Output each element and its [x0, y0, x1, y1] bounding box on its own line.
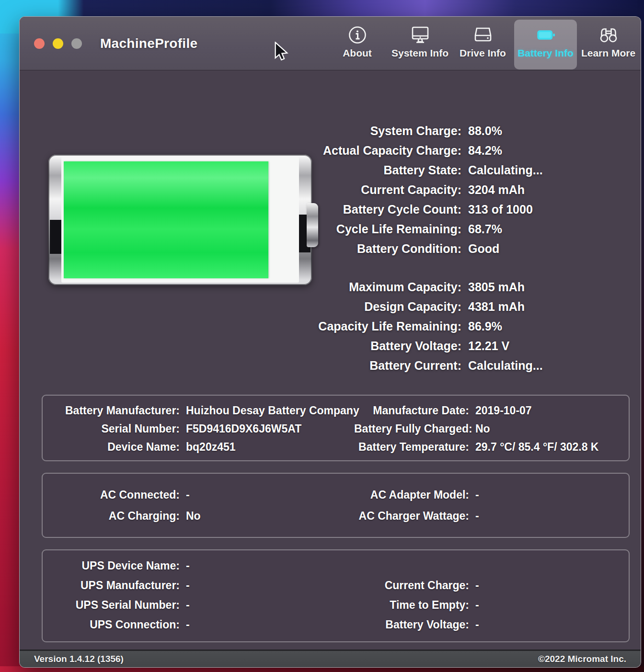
stat-label: Actual Capacity Charge: — [20, 144, 461, 158]
stat-row: Current Capacity:3204 mAh — [20, 180, 641, 200]
stat-value: 68.7% — [468, 222, 502, 236]
info-icon — [346, 23, 368, 46]
stat-label: Battery State: — [20, 163, 461, 177]
toolbar-battery-info[interactable]: Battery Info — [514, 20, 577, 69]
detail-label: Battery Fully Charged: — [354, 422, 469, 435]
stat-value: Calculating... — [468, 359, 543, 373]
toolbar-system-info[interactable]: System Info — [389, 20, 451, 69]
stat-label: Battery Current: — [20, 359, 461, 373]
stat-row: Battery Voltage:12.21 V — [20, 336, 641, 356]
detail-label: UPS Connection: — [43, 618, 180, 631]
ups-box: UPS Device Name: - UPS Manufacturer: - C… — [42, 549, 630, 642]
detail-row: AC Charging: No AC Charger Wattage: - — [43, 505, 629, 526]
detail-row: UPS Manufacturer: - Current Charge: - — [43, 576, 629, 595]
battery-details-box: Battery Manufacturer: Huizhou Desay Batt… — [42, 395, 630, 461]
detail-label: AC Charging: — [43, 510, 180, 523]
toolbar-about[interactable]: About — [326, 20, 389, 69]
detail-label: Battery Manufacturer: — [43, 404, 180, 417]
stat-value: 84.2% — [468, 144, 502, 158]
stat-row: Design Capacity:4381 mAh — [20, 297, 641, 317]
detail-label: Battery Temperature: — [354, 441, 469, 454]
primary-stats: System Charge:88.0% Actual Capacity Char… — [20, 121, 641, 259]
detail-label: UPS Serial Number: — [43, 599, 180, 612]
detail-value: - — [186, 579, 348, 592]
toolbar-label: About — [343, 47, 372, 59]
detail-row: UPS Device Name: - — [43, 556, 629, 576]
stat-value: 3805 mAh — [468, 280, 525, 294]
detail-value: - — [186, 559, 348, 572]
detail-label: Serial Number: — [43, 422, 180, 435]
minimize-button[interactable] — [53, 38, 63, 49]
detail-value: - — [186, 618, 348, 631]
binoculars-icon — [598, 23, 620, 46]
stat-label: Cycle Life Remaining: — [20, 222, 461, 236]
stat-row: Battery Condition:Good — [20, 239, 641, 259]
window-title: MachineProfile — [100, 36, 197, 51]
detail-label: Battery Voltage: — [354, 618, 469, 631]
toolbar-label: System Info — [391, 47, 448, 59]
desktop: MachineProfile About — [0, 0, 644, 672]
toolbar-label: Drive Info — [460, 47, 506, 59]
detail-value: F5D9416D9X6J6W5AT — [186, 422, 348, 435]
toolbar-learn-more[interactable]: Learn More — [577, 20, 640, 69]
stat-label: Battery Condition: — [20, 242, 461, 256]
stat-label: Maximum Capacity: — [20, 280, 461, 294]
detail-value: - — [186, 489, 348, 501]
detail-value: No — [186, 510, 348, 523]
monitor-icon — [409, 23, 431, 46]
toolbar-label: Battery Info — [518, 47, 574, 59]
detail-value: bq20z451 — [186, 441, 348, 454]
toolbar-drive-info[interactable]: Drive Info — [451, 20, 514, 69]
detail-label: AC Adapter Model: — [354, 489, 469, 501]
stat-label: Current Capacity: — [20, 183, 461, 197]
stat-label: System Charge: — [20, 124, 461, 138]
battery-icon — [535, 23, 557, 46]
toolbar: About System Info — [326, 17, 640, 70]
stat-value: Calculating... — [468, 163, 543, 177]
stat-row: Actual Capacity Charge:84.2% — [20, 141, 641, 160]
stat-value: 3204 mAh — [468, 183, 525, 197]
detail-label: AC Connected: — [43, 489, 180, 501]
stat-row: Battery State:Calculating... — [20, 160, 641, 180]
detail-row: Serial Number: F5D9416D9X6J6W5AT Battery… — [43, 420, 629, 438]
stat-label: Capacity Life Remaining: — [20, 319, 461, 333]
detail-label: Manufacture Date: — [354, 404, 469, 417]
stat-label: Battery Cycle Count: — [20, 203, 461, 216]
stat-row: Battery Cycle Count:313 of 1000 — [20, 200, 641, 219]
detail-value: - — [186, 599, 348, 612]
detail-value: - — [475, 510, 629, 523]
stat-row: Maximum Capacity:3805 mAh — [20, 277, 641, 297]
detail-row: UPS Serial Number: - Time to Empty: - — [43, 595, 629, 615]
detail-label: UPS Device Name: — [43, 559, 180, 572]
detail-label: AC Charger Wattage: — [354, 510, 469, 523]
detail-value: 2019-10-07 — [475, 404, 629, 417]
secondary-stats: Maximum Capacity:3805 mAh Design Capacit… — [20, 277, 641, 376]
zoom-button[interactable] — [71, 38, 82, 49]
status-bar: Version 1.4.12 (1356) ©2022 Micromat Inc… — [20, 649, 641, 667]
drive-icon — [472, 23, 494, 46]
detail-value: No — [475, 422, 629, 435]
close-button[interactable] — [34, 38, 45, 49]
detail-value: - — [475, 599, 629, 612]
detail-value: - — [475, 489, 629, 501]
detail-row: Device Name: bq20z451 Battery Temperatur… — [43, 438, 629, 456]
detail-label: UPS Manufacturer: — [43, 579, 180, 592]
detail-row: Battery Manufacturer: Huizhou Desay Batt… — [43, 401, 629, 420]
copyright-text: ©2022 Micromat Inc. — [538, 654, 626, 664]
title-bar: MachineProfile About — [20, 17, 641, 70]
detail-value: - — [475, 618, 629, 631]
stat-value: 86.9% — [468, 319, 502, 333]
detail-value: Huizhou Desay Battery Company — [186, 404, 348, 417]
ac-power-box: AC Connected: - AC Adapter Model: - AC C… — [42, 473, 630, 538]
machineprofile-window: MachineProfile About — [19, 16, 641, 668]
stat-value: Good — [468, 242, 499, 256]
detail-value: - — [475, 579, 629, 592]
stat-value: 88.0% — [468, 124, 502, 138]
traffic-lights — [34, 38, 82, 49]
detail-label: Time to Empty: — [354, 599, 469, 612]
stat-label: Design Capacity: — [20, 300, 461, 314]
stat-row: System Charge:88.0% — [20, 121, 641, 141]
stat-row: Cycle Life Remaining:68.7% — [20, 219, 641, 239]
version-text: Version 1.4.12 (1356) — [34, 654, 124, 664]
stat-label: Battery Voltage: — [20, 339, 461, 353]
